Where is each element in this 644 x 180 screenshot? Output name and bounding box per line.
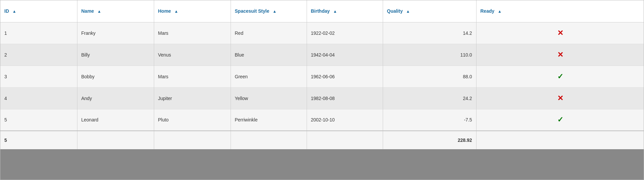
cell-quality: 24.2 [383, 87, 476, 109]
empty-area [0, 149, 644, 180]
col-header-birthday[interactable]: Birthday ▲ [307, 0, 383, 22]
check-icon: ✓ [557, 72, 563, 81]
sort-arrow-name: ▲ [97, 9, 101, 14]
table-row: 5LeonardPlutoPerriwinkle2002-10-10-7.5✓ [0, 109, 644, 131]
footer-row: 5 228.92 [0, 131, 644, 149]
cell-id: 2 [0, 44, 77, 66]
col-header-id-label: ID [4, 8, 9, 14]
cell-name: Leonard [77, 109, 154, 131]
footer-count-value: 5 [4, 138, 7, 143]
table-container: ID ▲ Name ▲ Home ▲ Spacesuit Style ▲ [0, 0, 644, 149]
cell-name: Billy [77, 44, 154, 66]
cell-id: 3 [0, 66, 77, 87]
cell-birthday: 1942-04-04 [307, 44, 383, 66]
footer-cell-name [77, 131, 154, 149]
footer-quality-sum: 228.92 [383, 131, 476, 149]
cell-ready: ✕ [476, 22, 644, 44]
main-table: ID ▲ Name ▲ Home ▲ Spacesuit Style ▲ [0, 0, 644, 149]
footer-cell-ready [476, 131, 644, 149]
cell-quality: 88.0 [383, 66, 476, 87]
cell-suit: Red [231, 22, 307, 44]
sort-arrow-birthday: ▲ [333, 9, 337, 14]
sort-arrow-home: ▲ [174, 9, 178, 14]
sort-arrow-id: ▲ [12, 9, 16, 14]
cell-ready: ✕ [476, 44, 644, 66]
footer-count: 5 [0, 131, 77, 149]
cell-id: 5 [0, 109, 77, 131]
cell-suit: Green [231, 66, 307, 87]
cell-home: Jupiter [154, 87, 231, 109]
col-header-suit[interactable]: Spacesuit Style ▲ [231, 0, 307, 22]
cell-birthday: 1962-06-06 [307, 66, 383, 87]
table-row: 4AndyJupiterYellow1982-08-0824.2✕ [0, 87, 644, 109]
col-header-suit-label: Spacesuit Style [235, 8, 270, 14]
cell-home: Mars [154, 22, 231, 44]
table-row: 2BillyVenusBlue1942-04-04110.0✕ [0, 44, 644, 66]
col-header-ready[interactable]: Ready ▲ [476, 0, 644, 22]
cross-icon: ✕ [557, 29, 563, 37]
cell-quality: 110.0 [383, 44, 476, 66]
col-header-birthday-label: Birthday [311, 8, 330, 14]
col-header-id[interactable]: ID ▲ [0, 0, 77, 22]
footer-quality-sum-value: 228.92 [458, 138, 472, 143]
cell-quality: -7.5 [383, 109, 476, 131]
cross-icon: ✕ [557, 51, 563, 59]
col-header-quality[interactable]: Quality ▲ [383, 0, 476, 22]
cell-birthday: 2002-10-10 [307, 109, 383, 131]
cell-id: 1 [0, 22, 77, 44]
cell-home: Pluto [154, 109, 231, 131]
cell-id: 4 [0, 87, 77, 109]
cell-home: Mars [154, 66, 231, 87]
col-header-home[interactable]: Home ▲ [154, 0, 231, 22]
col-header-ready-label: Ready [480, 8, 495, 14]
table-row: 3BobbyMarsGreen1962-06-0688.0✓ [0, 66, 644, 87]
cell-suit: Blue [231, 44, 307, 66]
cell-quality: 14.2 [383, 22, 476, 44]
cell-suit: Perriwinkle [231, 109, 307, 131]
cell-suit: Yellow [231, 87, 307, 109]
cell-birthday: 1982-08-08 [307, 87, 383, 109]
cell-ready: ✓ [476, 109, 644, 131]
cell-home: Venus [154, 44, 231, 66]
data-table: ID ▲ Name ▲ Home ▲ Spacesuit Style ▲ [0, 0, 644, 180]
cell-ready: ✓ [476, 66, 644, 87]
sort-arrow-quality: ▲ [406, 9, 410, 14]
col-header-name[interactable]: Name ▲ [77, 0, 154, 22]
footer-cell-birthday [307, 131, 383, 149]
cell-birthday: 1922-02-02 [307, 22, 383, 44]
table-row: 1FrankyMarsRed1922-02-0214.2✕ [0, 22, 644, 44]
col-header-name-label: Name [81, 8, 94, 14]
col-header-quality-label: Quality [387, 8, 403, 14]
cell-name: Franky [77, 22, 154, 44]
col-header-home-label: Home [158, 8, 171, 14]
footer-cell-suit [231, 131, 307, 149]
sort-arrow-ready: ▲ [498, 9, 502, 14]
cell-name: Bobby [77, 66, 154, 87]
check-icon: ✓ [557, 115, 563, 124]
sort-arrow-suit: ▲ [273, 9, 277, 14]
footer-cell-home [154, 131, 231, 149]
cell-ready: ✕ [476, 87, 644, 109]
cross-icon: ✕ [557, 94, 563, 102]
header-row: ID ▲ Name ▲ Home ▲ Spacesuit Style ▲ [0, 0, 644, 22]
cell-name: Andy [77, 87, 154, 109]
